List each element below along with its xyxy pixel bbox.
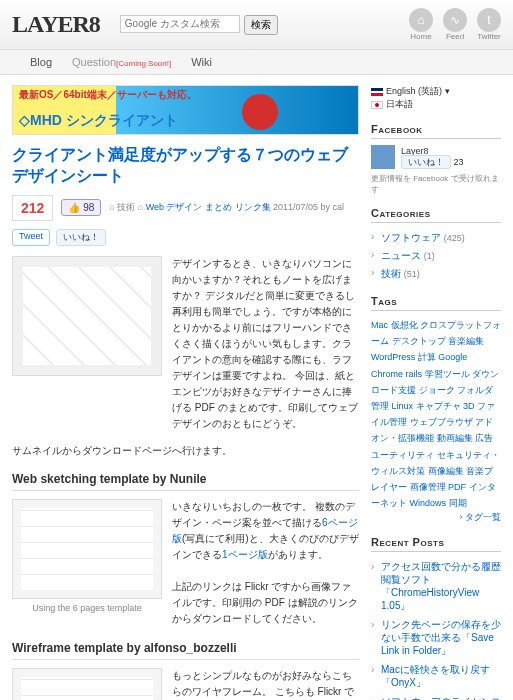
tag-cloud[interactable]: Mac 仮想化 クロスプラットフォーム デスクトップ 音楽編集 WordPres… [371,317,501,511]
recent-post-item[interactable]: アクセス回数で分かる履歴閲覧ソフト「ChromeHistoryView 1.05… [371,558,501,616]
intro-text: デザインするとき、いきなりパソコンに向かいますか？それともノートを広げますか？ … [172,256,359,432]
sidebar-heading-recent: Recent Posts [371,536,501,552]
search-input[interactable] [120,15,240,33]
search-box: 検索 [120,15,278,35]
section-block: by alfonso_bozzelli もっとシンプルなものがお好みならこちらの… [12,668,359,700]
link-1page[interactable]: 1ページ版 [222,549,268,560]
section-block: Using the 6 pages template いきなりいちおしの一枚です… [12,499,359,627]
main-nav: Blog Question[Coming Soon!] Wiki [0,50,513,75]
site-logo[interactable]: LAYER8 [12,11,100,38]
nav-blog[interactable]: Blog [30,56,52,68]
flag-english-icon [371,88,383,96]
ad-banner[interactable]: 最新OS／64bit端末／サーバーも対応。 ◇MHD シンクライアント [12,85,359,135]
category-item[interactable]: ソフトウェア (425) [371,229,501,247]
section-thumb[interactable]: Using the 6 pages template [12,499,162,627]
flag-japanese-icon [371,101,383,109]
search-button[interactable]: 検索 [244,15,278,35]
recent-post-item[interactable]: ソフトウェアのライセンスキーを調べる「Mac Product Key Finde… [371,693,501,700]
article-meta-row: 212 👍 98 ⌂ 技術 ⌂ Web デザイン まとめ リンク集 2011/0… [12,195,359,221]
lang-japanese[interactable]: 日本語 [371,98,501,111]
language-switch: English (英語) ▾ 日本語 [371,85,501,111]
sidebar-heading-categories: Categories [371,207,501,223]
category-item[interactable]: 技術 (51) [371,265,501,283]
fb-like-count: 23 [454,157,464,167]
recent-post-item[interactable]: リンク先ページの保存を少ない手数で出来る「Save Link in Folder… [371,616,501,661]
article-intro: デザインするとき、いきなりパソコンに向かいますか？それともノートを広げますか？ … [12,256,359,432]
fb-subtext: 更新情報を Facebook で受け取れます [371,173,501,195]
section-body: もっとシンプルなものがお好みならこちらのワイヤフレーム。 こちらも Flickr… [172,668,359,700]
nav-question: Question[Coming Soon!] [72,56,171,68]
section-heading: Web sketching template by Nunile [12,472,359,491]
twitter-icon[interactable]: tTwitter [477,8,501,41]
sidebar: English (英語) ▾ 日本語 Facebook Layer8 いいね！ … [371,85,501,700]
category-list: ソフトウェア (425) ニュース (1) 技術 (51) [371,229,501,283]
recent-posts-list: アクセス回数で分かる履歴閲覧ソフト「ChromeHistoryView 1.05… [371,558,501,700]
tweet-button[interactable]: Tweet [12,229,50,246]
sidebar-heading-tags: Tags [371,295,501,311]
fb-like-button[interactable]: いいね！ [56,229,106,246]
section-caption: Using the 6 pages template [12,599,162,617]
thumbnail-note: サムネイルからダウンロードページへ行けます。 [12,444,359,458]
intro-image[interactable] [12,256,162,376]
bookmark-count[interactable]: 212 [12,195,53,221]
meta-category-link[interactable]: Web デザイン まとめ リンク集 [146,202,271,212]
section-body: いきなりいちおしの一枚です。 複数のデザイン・ページ案を並べて描ける6ページ版(… [172,499,359,627]
fb-page-name: Layer8 [401,146,464,156]
banner-headline: 最新OS／64bit端末／サーバーも対応。 [19,88,197,102]
social-buttons: Tweet いいね！ [12,229,359,246]
lang-english[interactable]: English (英語) ▾ [371,85,501,98]
home-icon[interactable]: ⌂Home [409,8,433,41]
section-thumb[interactable]: by alfonso_bozzelli [12,668,162,700]
feed-icon[interactable]: ∿Feed [443,8,467,41]
facebook-widget[interactable]: Layer8 いいね！ 23 [371,145,501,169]
tags-more-link[interactable]: › タグ一覧 [371,511,501,524]
article-title: クライアント満足度がアップする７つのウェブデザインシート [12,145,359,187]
main-column: 最新OS／64bit端末／サーバーも対応。 ◇MHD シンクライアント クライア… [12,85,359,700]
banner-brand: ◇MHD シンクライアント [19,112,178,130]
site-header: LAYER8 検索 ⌂Home ∿Feed tTwitter [0,0,513,50]
fb-avatar [371,145,395,169]
article-meta: ⌂ 技術 ⌂ Web デザイン まとめ リンク集 2011/07/05 by c… [109,201,344,214]
fb-like-chip[interactable]: いいね！ [401,155,451,169]
sidebar-heading-facebook: Facebook [371,123,501,139]
banner-badge-icon [242,94,278,130]
section-heading: Wireframe template by alfonso_bozzelli [12,641,359,660]
recent-post-item[interactable]: Macに軽快さを取り戻す「OnyX」 [371,661,501,693]
header-icons: ⌂Home ∿Feed tTwitter [409,8,501,41]
nav-wiki[interactable]: Wiki [191,56,212,68]
like-button[interactable]: 👍 98 [61,199,101,216]
category-item[interactable]: ニュース (1) [371,247,501,265]
